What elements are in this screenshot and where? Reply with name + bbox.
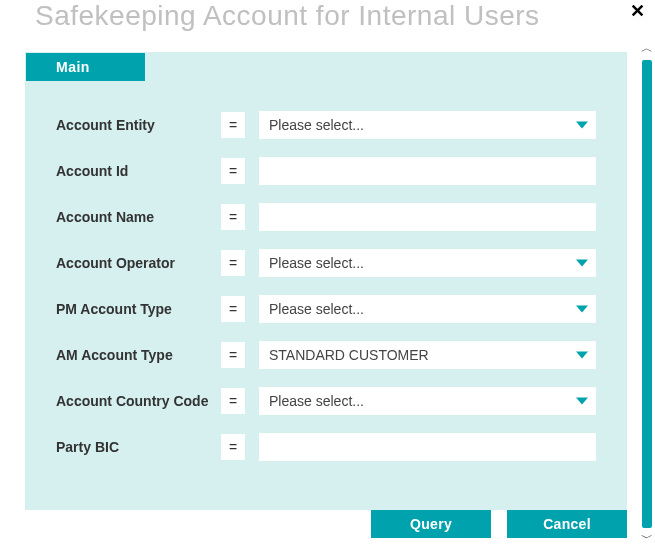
field-container: Account Entity=Please select...Account I… xyxy=(26,81,626,461)
field-row: Account Id= xyxy=(56,157,596,185)
field-row: PM Account Type=Please select... xyxy=(56,295,596,323)
dropdown-value: Please select... xyxy=(269,393,364,409)
tab-main[interactable]: Main xyxy=(26,53,145,81)
text-input[interactable] xyxy=(259,203,596,231)
equals-operator[interactable]: = xyxy=(221,112,245,138)
page-title: Safekeeping Account for Internal Users xyxy=(0,0,655,42)
field-row: Party BIC= xyxy=(56,433,596,461)
equals-operator[interactable]: = xyxy=(221,296,245,322)
scroll-up-icon[interactable]: ︿ xyxy=(641,40,653,57)
equals-operator[interactable]: = xyxy=(221,158,245,184)
equals-operator[interactable]: = xyxy=(221,388,245,414)
field-label: Party BIC xyxy=(56,439,221,455)
dropdown-value: Please select... xyxy=(269,255,364,271)
equals-operator[interactable]: = xyxy=(221,204,245,230)
cancel-button[interactable]: Cancel xyxy=(507,510,627,538)
text-input[interactable] xyxy=(259,433,596,461)
text-input[interactable] xyxy=(259,157,596,185)
field-label: Account Operator xyxy=(56,255,221,271)
dropdown-input[interactable]: Please select... xyxy=(259,111,596,139)
field-row: AM Account Type=STANDARD CUSTOMER xyxy=(56,341,596,369)
field-label: Account Country Code xyxy=(56,393,221,409)
field-row: Account Operator=Please select... xyxy=(56,249,596,277)
field-label: AM Account Type xyxy=(56,347,221,363)
equals-operator[interactable]: = xyxy=(221,434,245,460)
chevron-down-icon xyxy=(576,352,588,359)
main-panel: Main Account Entity=Please select...Acco… xyxy=(25,52,627,510)
scroll-thumb[interactable] xyxy=(642,60,652,528)
scrollbar[interactable]: ︿ ﹀ xyxy=(637,40,655,548)
dropdown-input[interactable]: Please select... xyxy=(259,249,596,277)
field-label: Account Entity xyxy=(56,117,221,133)
scroll-down-icon[interactable]: ﹀ xyxy=(641,530,653,547)
dropdown-input[interactable]: Please select... xyxy=(259,295,596,323)
dropdown-input[interactable]: STANDARD CUSTOMER xyxy=(259,341,596,369)
chevron-down-icon xyxy=(576,398,588,405)
dropdown-input[interactable]: Please select... xyxy=(259,387,596,415)
dropdown-value: Please select... xyxy=(269,117,364,133)
chevron-down-icon xyxy=(576,122,588,129)
dropdown-value: STANDARD CUSTOMER xyxy=(269,347,429,363)
close-icon[interactable]: ✕ xyxy=(630,2,645,20)
chevron-down-icon xyxy=(576,260,588,267)
dropdown-value: Please select... xyxy=(269,301,364,317)
field-row: Account Entity=Please select... xyxy=(56,111,596,139)
equals-operator[interactable]: = xyxy=(221,250,245,276)
chevron-down-icon xyxy=(576,306,588,313)
query-button[interactable]: Query xyxy=(371,510,491,538)
field-row: Account Country Code=Please select... xyxy=(56,387,596,415)
field-label: PM Account Type xyxy=(56,301,221,317)
field-label: Account Id xyxy=(56,163,221,179)
equals-operator[interactable]: = xyxy=(221,342,245,368)
field-row: Account Name= xyxy=(56,203,596,231)
field-label: Account Name xyxy=(56,209,221,225)
button-bar: Query Cancel xyxy=(371,510,627,538)
